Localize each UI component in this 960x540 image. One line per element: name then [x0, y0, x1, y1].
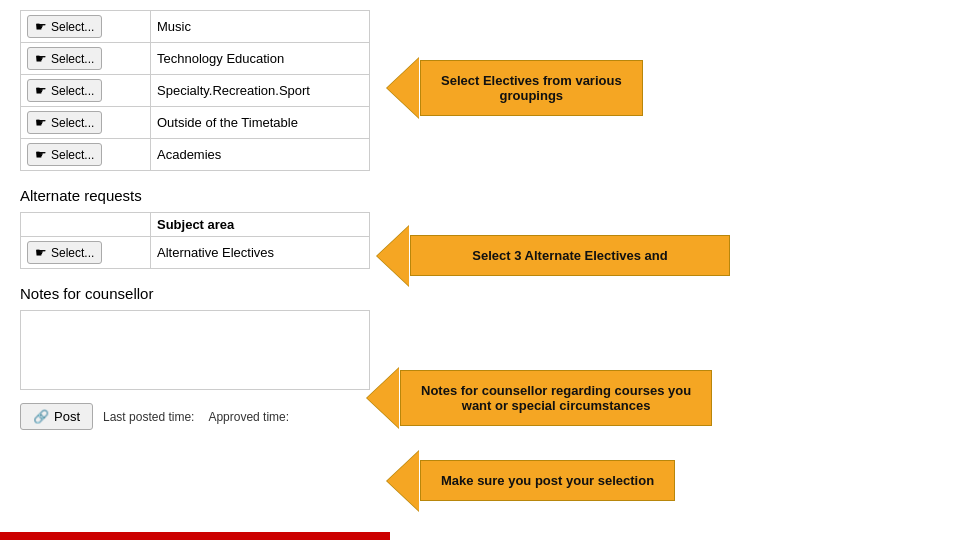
bottom-row: 🔗 Post Last posted time: Approved time: — [20, 403, 370, 430]
elective-select-btn[interactable]: ☛ Select... — [27, 79, 102, 102]
elective-select-btn[interactable]: ☛ Select... — [27, 47, 102, 70]
elective-subject: Specialty.Recreation.Sport — [151, 75, 370, 107]
alternate-col-header: Subject area — [151, 213, 370, 237]
callout-2: Select 3 Alternate Electives and — [410, 235, 730, 276]
callout-4: Make sure you post your selection — [420, 460, 675, 501]
callout-1-text: Select Electives from various groupings — [441, 73, 622, 103]
hand-icon: ☛ — [35, 245, 47, 260]
elective-select-btn[interactable]: ☛ Select... — [27, 15, 102, 38]
hand-icon: ☛ — [35, 83, 47, 98]
alternate-subject: Alternative Electives — [151, 237, 370, 269]
elective-row: ☛ Select... Music — [21, 11, 370, 43]
elective-row: ☛ Select... Academies — [21, 139, 370, 171]
elective-btn-label: Select... — [51, 148, 94, 162]
time-labels: Last posted time: Approved time: — [103, 410, 289, 424]
hand-icon: ☛ — [35, 115, 47, 130]
elective-row: ☛ Select... Specialty.Recreation.Sport — [21, 75, 370, 107]
callout-3-text: Notes for counsellor regarding courses y… — [421, 383, 691, 413]
hand-icon: ☛ — [35, 19, 47, 34]
elective-select-btn[interactable]: ☛ Select... — [27, 143, 102, 166]
electives-table: ☛ Select... Music ☛ Select... Technology… — [20, 10, 370, 171]
callout-3: Notes for counsellor regarding courses y… — [400, 370, 712, 426]
elective-row: ☛ Select... Technology Education — [21, 43, 370, 75]
elective-btn-label: Select... — [51, 20, 94, 34]
elective-btn-label: Select... — [51, 84, 94, 98]
elective-subject: Academies — [151, 139, 370, 171]
elective-btn-label: Select... — [51, 52, 94, 66]
callout-2-text: Select 3 Alternate Electives and — [472, 248, 667, 263]
post-btn-label: Post — [54, 409, 80, 424]
alternate-select-btn[interactable]: ☛ Select... — [27, 241, 102, 264]
approved-label: Approved time: — [208, 410, 289, 424]
notes-textarea[interactable] — [20, 310, 370, 390]
post-button[interactable]: 🔗 Post — [20, 403, 93, 430]
elective-subject: Technology Education — [151, 43, 370, 75]
alternate-section-title: Alternate requests — [20, 187, 370, 204]
alternate-row: ☛ Select... Alternative Electives — [21, 237, 370, 269]
alternate-table: Subject area ☛ Select... Alternative Ele… — [20, 212, 370, 269]
elective-row: ☛ Select... Outside of the Timetable — [21, 107, 370, 139]
hand-icon: ☛ — [35, 147, 47, 162]
last-posted-label: Last posted time: — [103, 410, 194, 424]
hand-icon: ☛ — [35, 51, 47, 66]
elective-select-btn[interactable]: ☛ Select... — [27, 111, 102, 134]
elective-btn-label: Select... — [51, 116, 94, 130]
elective-subject: Music — [151, 11, 370, 43]
callout-4-text: Make sure you post your selection — [441, 473, 654, 488]
right-panel: Select Electives from various groupings … — [390, 0, 960, 540]
notes-section-title: Notes for counsellor — [20, 285, 370, 302]
callout-1: Select Electives from various groupings — [420, 60, 643, 116]
bottom-red-bar — [0, 532, 390, 540]
alternate-btn-label: Select... — [51, 246, 94, 260]
elective-subject: Outside of the Timetable — [151, 107, 370, 139]
link-icon: 🔗 — [33, 409, 49, 424]
